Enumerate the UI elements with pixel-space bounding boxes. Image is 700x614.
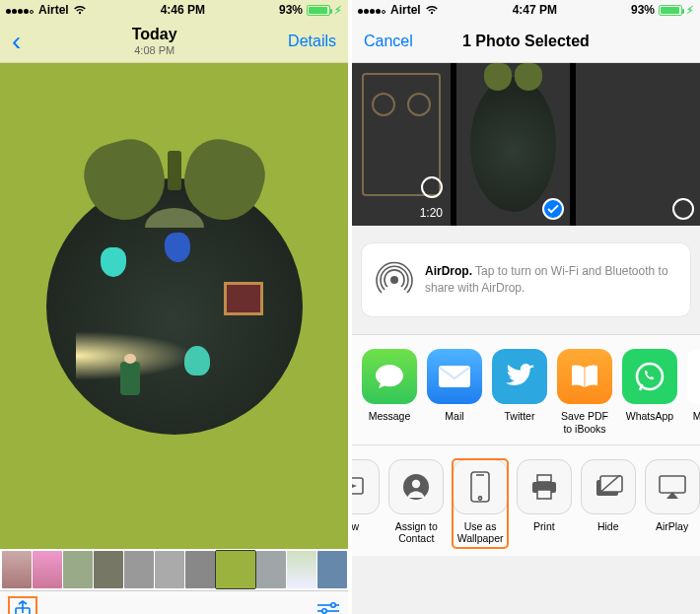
contact-icon xyxy=(388,459,444,514)
selection-strip[interactable]: 1:20 xyxy=(352,63,700,226)
adjust-button[interactable] xyxy=(316,602,340,614)
battery-percent: 93% xyxy=(279,3,303,17)
app-label: Twitter xyxy=(492,410,547,423)
action-label: Assign to Contact xyxy=(388,520,445,544)
select-ring-icon[interactable] xyxy=(672,198,694,220)
clock-label: 4:47 PM xyxy=(513,3,557,17)
carrier-label: Airtel xyxy=(38,3,69,17)
nav-title: Today xyxy=(132,25,177,44)
app-share-row[interactable]: Message Mail Twitter Save PDF to iBooks xyxy=(352,334,700,444)
share-icon xyxy=(14,600,32,614)
clock-label: 4:46 PM xyxy=(161,3,205,17)
hide-icon xyxy=(581,459,636,514)
action-assign-contact[interactable]: Assign to Contact xyxy=(388,459,445,548)
svg-point-2 xyxy=(331,603,335,607)
signal-dots-icon xyxy=(6,3,35,17)
svg-point-16 xyxy=(478,497,481,500)
mail-icon xyxy=(427,349,482,404)
action-label: AirPlay xyxy=(644,520,700,532)
more-icon xyxy=(687,349,700,404)
strip-item-selected[interactable] xyxy=(456,63,570,226)
whatsapp-icon xyxy=(622,349,677,404)
photo-content xyxy=(46,178,303,435)
airdrop-icon xyxy=(376,257,413,303)
airdrop-text: AirDrop. Tap to turn on Wi-Fi and Blueto… xyxy=(425,263,676,297)
wifi-icon xyxy=(425,5,439,15)
print-icon xyxy=(517,459,572,514)
app-label: M xyxy=(687,410,700,423)
svg-rect-19 xyxy=(537,490,551,499)
wallpaper-icon xyxy=(453,459,508,514)
share-app-ibooks[interactable]: Save PDF to iBooks xyxy=(557,349,612,435)
strip-item-video[interactable]: 1:20 xyxy=(352,63,451,226)
slideshow-icon xyxy=(352,459,380,514)
share-nav-bar: Cancel 1 Photo Selected xyxy=(352,20,700,63)
details-button[interactable]: Details xyxy=(288,33,336,50)
app-label: Message xyxy=(362,410,417,423)
charging-icon: ⚡︎ xyxy=(686,4,694,17)
share-app-more[interactable]: M xyxy=(687,349,700,435)
nav-subtitle: 4:08 PM xyxy=(132,44,177,58)
svg-point-7 xyxy=(390,276,398,284)
battery-icon xyxy=(659,5,682,16)
app-label: Save PDF to iBooks xyxy=(557,410,612,435)
svg-point-13 xyxy=(412,480,420,488)
share-app-mail[interactable]: Mail xyxy=(427,349,482,435)
action-label: Hide xyxy=(580,520,636,532)
status-bar: Airtel 4:47 PM 93% ⚡︎ xyxy=(352,0,700,20)
photos-detail-screen: Airtel 4:46 PM 93% ⚡︎ ‹ Today 4:08 PM De… xyxy=(0,0,348,614)
battery-percent: 93% xyxy=(631,3,655,17)
action-label: Use as Wallpaper xyxy=(453,520,509,544)
signal-dots-icon xyxy=(358,3,386,17)
action-slideshow[interactable]: ow xyxy=(352,459,381,548)
share-button[interactable] xyxy=(8,596,37,614)
message-icon xyxy=(362,349,417,404)
battery-icon xyxy=(307,5,330,16)
thumbnail-selected[interactable] xyxy=(216,551,255,588)
action-row[interactable]: ow Assign to Contact Use as Wallpaper Pr… xyxy=(352,444,700,556)
ibooks-icon xyxy=(557,349,612,404)
carrier-label: Airtel xyxy=(390,3,421,17)
app-label: Mail xyxy=(427,410,482,423)
share-app-message[interactable]: Message xyxy=(362,349,417,435)
svg-point-4 xyxy=(322,609,326,613)
action-print[interactable]: Print xyxy=(516,459,572,548)
back-button[interactable]: ‹ xyxy=(12,28,21,55)
nav-bar: ‹ Today 4:08 PM Details xyxy=(0,20,348,63)
svg-rect-18 xyxy=(537,475,551,482)
charging-icon: ⚡︎ xyxy=(334,4,342,17)
wifi-icon xyxy=(73,5,87,15)
selected-check-icon[interactable] xyxy=(542,198,564,220)
thumbnail-strip[interactable] xyxy=(0,549,348,590)
share-app-twitter[interactable]: Twitter xyxy=(492,349,547,435)
strip-item[interactable] xyxy=(576,63,700,226)
video-duration: 1:20 xyxy=(420,206,443,220)
svg-rect-8 xyxy=(439,366,470,387)
photo-viewport[interactable] xyxy=(0,63,348,549)
airplay-icon xyxy=(645,459,700,514)
share-sheet-screen: Airtel 4:47 PM 93% ⚡︎ Cancel 1 Photo Sel… xyxy=(352,0,700,614)
action-label: ow xyxy=(352,520,381,532)
action-label: Print xyxy=(516,520,572,532)
select-ring-icon[interactable] xyxy=(421,176,443,198)
status-bar: Airtel 4:46 PM 93% ⚡︎ xyxy=(0,0,348,20)
sliders-icon xyxy=(316,602,340,614)
action-hide[interactable]: Hide xyxy=(580,459,636,548)
share-app-whatsapp[interactable]: WhatsApp xyxy=(622,349,677,435)
twitter-icon xyxy=(492,349,547,404)
cancel-button[interactable]: Cancel xyxy=(364,33,413,50)
airdrop-card[interactable]: AirDrop. Tap to turn on Wi-Fi and Blueto… xyxy=(362,243,690,316)
bottom-toolbar xyxy=(0,590,348,614)
action-use-as-wallpaper[interactable]: Use as Wallpaper xyxy=(453,459,509,548)
app-label: WhatsApp xyxy=(622,410,677,423)
share-title: 1 Photo Selected xyxy=(462,33,590,50)
svg-rect-23 xyxy=(660,476,685,493)
action-airplay[interactable]: AirPlay xyxy=(644,459,700,548)
